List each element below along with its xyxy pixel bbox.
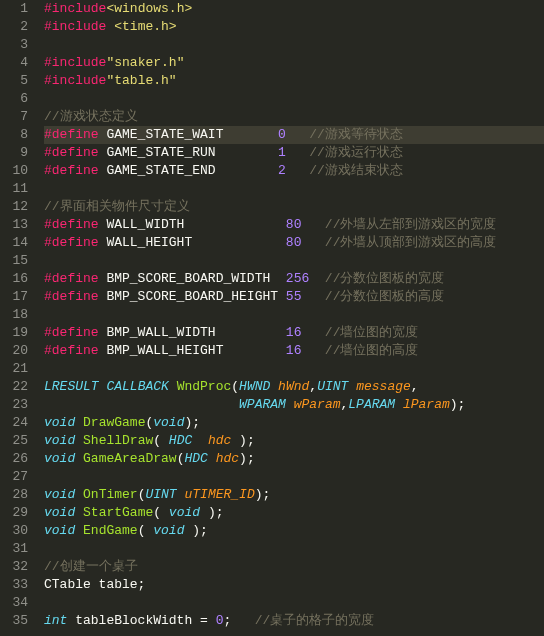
token-plain: tableBlockWidth — [67, 613, 200, 628]
line-number: 8 — [6, 126, 28, 144]
code-line[interactable]: void StartGame( void ); — [44, 504, 544, 522]
token-plain: , — [411, 379, 419, 394]
token-cmt: //外墙从顶部到游戏区的高度 — [325, 235, 497, 250]
token-plain — [309, 271, 325, 286]
token-plain — [301, 325, 324, 340]
token-plain — [169, 379, 177, 394]
code-line[interactable]: void DrawGame(void); — [44, 414, 544, 432]
code-line[interactable]: LRESULT CALLBACK WndProc(HWND hWnd,UINT … — [44, 378, 544, 396]
line-number: 24 — [6, 414, 28, 432]
line-number: 23 — [6, 396, 28, 414]
code-line[interactable] — [44, 36, 544, 54]
code-line[interactable]: int tableBlockWidth = 0; //桌子的格子的宽度 — [44, 612, 544, 630]
token-kw: void — [169, 505, 200, 520]
code-line[interactable]: #define BMP_WALL_WIDTH 16 //墙位图的宽度 — [44, 324, 544, 342]
token-kw: LPARAM — [348, 397, 395, 412]
code-line[interactable]: void EndGame( void ); — [44, 522, 544, 540]
code-line[interactable]: #define BMP_WALL_HEIGHT 16 //墙位图的高度 — [44, 342, 544, 360]
line-number: 7 — [6, 108, 28, 126]
token-plain: ); — [239, 451, 255, 466]
line-number: 28 — [6, 486, 28, 504]
line-number: 10 — [6, 162, 28, 180]
line-number: 1 — [6, 0, 28, 18]
line-number: 21 — [6, 360, 28, 378]
code-line[interactable] — [44, 594, 544, 612]
token-plain — [75, 433, 83, 448]
code-line[interactable] — [44, 252, 544, 270]
code-line[interactable] — [44, 360, 544, 378]
token-dir: #include — [44, 19, 106, 34]
code-line[interactable]: WPARAM wParam,LPARAM lParam); — [44, 396, 544, 414]
token-dir: #define — [44, 163, 99, 178]
token-cmt: //桌子的格子的宽度 — [255, 613, 375, 628]
code-line[interactable]: #define GAME_STATE_END 2 //游戏结束状态 — [44, 162, 544, 180]
code-line[interactable] — [44, 468, 544, 486]
token-plain: ; — [223, 613, 254, 628]
token-param: hdc — [216, 451, 239, 466]
code-line[interactable] — [44, 90, 544, 108]
token-kw: void — [44, 433, 75, 448]
code-line[interactable]: //游戏状态定义 — [44, 108, 544, 126]
code-line[interactable] — [44, 180, 544, 198]
token-cmt: //游戏运行状态 — [309, 145, 403, 160]
token-plain: GAME_STATE_WAIT — [99, 127, 278, 142]
token-plain — [208, 451, 216, 466]
token-cmt: //墙位图的宽度 — [325, 325, 419, 340]
token-plain: WALL_HEIGHT — [99, 235, 286, 250]
code-line[interactable]: void OnTimer(UINT uTIMER_ID); — [44, 486, 544, 504]
line-number: 9 — [6, 144, 28, 162]
code-line[interactable]: void GameAreaDraw(HDC hdc); — [44, 450, 544, 468]
code-line[interactable]: #define BMP_SCORE_BOARD_HEIGHT 55 //分数位图… — [44, 288, 544, 306]
code-line[interactable]: #define GAME_STATE_RUN 1 //游戏运行状态 — [44, 144, 544, 162]
line-number: 31 — [6, 540, 28, 558]
line-number: 30 — [6, 522, 28, 540]
code-line[interactable]: void ShellDraw( HDC hdc ); — [44, 432, 544, 450]
token-plain — [301, 343, 324, 358]
token-plain: GAME_STATE_RUN — [99, 145, 278, 160]
code-line[interactable]: #define GAME_STATE_WAIT 0 //游戏等待状态 — [44, 126, 544, 144]
token-param: hWnd — [278, 379, 309, 394]
token-plain: ); — [184, 415, 200, 430]
token-plain — [75, 505, 83, 520]
code-line[interactable]: #include <time.h> — [44, 18, 544, 36]
line-number: 14 — [6, 234, 28, 252]
code-editor[interactable]: #include<windows.h>#include <time.h>#inc… — [40, 0, 544, 636]
code-line[interactable]: #include<windows.h> — [44, 0, 544, 18]
code-line[interactable]: #include"table.h" — [44, 72, 544, 90]
token-fn: WndProc — [177, 379, 232, 394]
token-dir: #include — [44, 1, 106, 16]
line-number: 19 — [6, 324, 28, 342]
code-line[interactable]: //界面相关物件尺寸定义 — [44, 198, 544, 216]
token-cmt: //游戏结束状态 — [309, 163, 403, 178]
token-kw: void — [44, 415, 75, 430]
token-plain — [75, 451, 83, 466]
code-line[interactable] — [44, 540, 544, 558]
code-line[interactable]: #define WALL_HEIGHT 80 //外墙从顶部到游戏区的高度 — [44, 234, 544, 252]
line-number: 13 — [6, 216, 28, 234]
line-number: 27 — [6, 468, 28, 486]
token-dir: #define — [44, 217, 99, 232]
code-line[interactable]: #define BMP_SCORE_BOARD_WIDTH 256 //分数位图… — [44, 270, 544, 288]
token-kw: int — [44, 613, 67, 628]
code-line[interactable]: #include"snaker.h" — [44, 54, 544, 72]
token-kw: void — [44, 523, 75, 538]
code-line[interactable]: #define WALL_WIDTH 80 //外墙从左部到游戏区的宽度 — [44, 216, 544, 234]
token-num: 256 — [286, 271, 309, 286]
token-plain — [75, 415, 83, 430]
code-line[interactable] — [44, 306, 544, 324]
token-kw: void — [44, 505, 75, 520]
token-kw: void — [153, 415, 184, 430]
code-line[interactable]: //创建一个桌子 — [44, 558, 544, 576]
token-plain: BMP_SCORE_BOARD_WIDTH — [99, 271, 286, 286]
code-line[interactable]: CTable table; — [44, 576, 544, 594]
line-number: 20 — [6, 342, 28, 360]
token-kw: void — [44, 451, 75, 466]
token-num: 0 — [278, 127, 286, 142]
token-plain: BMP_WALL_WIDTH — [99, 325, 286, 340]
token-dir: #include — [44, 55, 106, 70]
line-number: 33 — [6, 576, 28, 594]
token-plain: ( — [153, 433, 169, 448]
line-number: 25 — [6, 432, 28, 450]
token-dir: #define — [44, 127, 99, 142]
token-plain — [192, 433, 208, 448]
